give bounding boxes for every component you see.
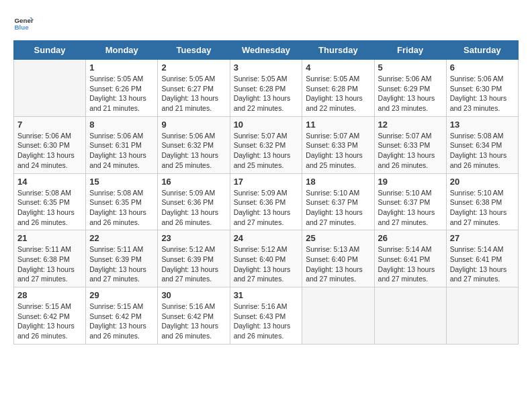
calendar-week-row: 28Sunrise: 5:15 AM Sunset: 6:42 PM Dayli… <box>14 287 519 345</box>
calendar-cell: 19Sunrise: 5:10 AM Sunset: 6:37 PM Dayli… <box>374 173 446 230</box>
logo: General Blue <box>13 13 34 34</box>
day-info: Sunrise: 5:14 AM Sunset: 6:41 PM Dayligh… <box>378 244 443 284</box>
day-info: Sunrise: 5:09 AM Sunset: 6:36 PM Dayligh… <box>161 188 226 228</box>
calendar-cell: 22Sunrise: 5:11 AM Sunset: 6:39 PM Dayli… <box>86 230 158 287</box>
day-number: 16 <box>161 177 226 187</box>
page-header: General Blue <box>13 13 519 34</box>
calendar-cell: 25Sunrise: 5:13 AM Sunset: 6:40 PM Dayli… <box>302 230 374 287</box>
day-number: 23 <box>161 233 226 243</box>
calendar-cell: 20Sunrise: 5:10 AM Sunset: 6:38 PM Dayli… <box>446 173 518 230</box>
column-header-thursday: Thursday <box>302 41 374 60</box>
day-info: Sunrise: 5:12 AM Sunset: 6:39 PM Dayligh… <box>161 244 226 284</box>
calendar-cell <box>302 287 374 345</box>
day-number: 5 <box>378 62 443 73</box>
calendar-cell: 28Sunrise: 5:15 AM Sunset: 6:42 PM Dayli… <box>14 287 86 345</box>
day-number: 8 <box>89 120 154 130</box>
calendar-cell: 13Sunrise: 5:08 AM Sunset: 6:34 PM Dayli… <box>446 116 518 173</box>
calendar-cell: 5Sunrise: 5:06 AM Sunset: 6:29 PM Daylig… <box>374 60 446 117</box>
day-info: Sunrise: 5:05 AM Sunset: 6:28 PM Dayligh… <box>306 74 370 113</box>
calendar-cell: 3Sunrise: 5:05 AM Sunset: 6:28 PM Daylig… <box>230 60 302 117</box>
day-info: Sunrise: 5:11 AM Sunset: 6:38 PM Dayligh… <box>17 244 82 284</box>
day-number: 28 <box>17 290 82 300</box>
day-info: Sunrise: 5:06 AM Sunset: 6:29 PM Dayligh… <box>378 74 443 113</box>
day-number: 14 <box>17 177 82 187</box>
day-info: Sunrise: 5:12 AM Sunset: 6:40 PM Dayligh… <box>234 244 299 284</box>
day-number: 21 <box>17 233 82 243</box>
day-number: 26 <box>378 233 443 243</box>
calendar-week-row: 1Sunrise: 5:05 AM Sunset: 6:26 PM Daylig… <box>14 60 519 117</box>
calendar-cell: 17Sunrise: 5:09 AM Sunset: 6:36 PM Dayli… <box>230 173 302 230</box>
day-number: 1 <box>89 62 154 73</box>
svg-text:Blue: Blue <box>15 24 30 31</box>
calendar-cell: 16Sunrise: 5:09 AM Sunset: 6:36 PM Dayli… <box>158 173 230 230</box>
day-number: 19 <box>378 177 443 187</box>
day-info: Sunrise: 5:05 AM Sunset: 6:27 PM Dayligh… <box>161 74 226 113</box>
calendar-week-row: 14Sunrise: 5:08 AM Sunset: 6:35 PM Dayli… <box>14 173 519 230</box>
day-number: 27 <box>450 233 515 243</box>
calendar-week-row: 7Sunrise: 5:06 AM Sunset: 6:30 PM Daylig… <box>14 116 519 173</box>
column-header-tuesday: Tuesday <box>158 41 230 60</box>
day-number: 11 <box>306 120 370 130</box>
day-number: 17 <box>234 177 299 187</box>
calendar-cell <box>446 287 518 345</box>
calendar-cell: 29Sunrise: 5:15 AM Sunset: 6:42 PM Dayli… <box>86 287 158 345</box>
calendar-cell: 10Sunrise: 5:07 AM Sunset: 6:32 PM Dayli… <box>230 116 302 173</box>
day-number: 2 <box>161 62 226 73</box>
calendar-cell: 14Sunrise: 5:08 AM Sunset: 6:35 PM Dayli… <box>14 173 86 230</box>
day-number: 7 <box>17 120 82 130</box>
day-number: 29 <box>89 290 154 300</box>
calendar-cell: 9Sunrise: 5:06 AM Sunset: 6:32 PM Daylig… <box>158 116 230 173</box>
day-number: 15 <box>89 177 154 187</box>
day-number: 4 <box>306 62 370 73</box>
day-info: Sunrise: 5:16 AM Sunset: 6:42 PM Dayligh… <box>161 302 226 341</box>
calendar-cell <box>374 287 446 345</box>
calendar-cell: 8Sunrise: 5:06 AM Sunset: 6:31 PM Daylig… <box>86 116 158 173</box>
day-number: 30 <box>161 290 226 300</box>
day-info: Sunrise: 5:14 AM Sunset: 6:41 PM Dayligh… <box>450 244 515 284</box>
day-info: Sunrise: 5:06 AM Sunset: 6:30 PM Dayligh… <box>450 74 515 113</box>
day-info: Sunrise: 5:07 AM Sunset: 6:33 PM Dayligh… <box>306 131 370 171</box>
calendar-cell: 15Sunrise: 5:08 AM Sunset: 6:35 PM Dayli… <box>86 173 158 230</box>
calendar-cell: 12Sunrise: 5:07 AM Sunset: 6:33 PM Dayli… <box>374 116 446 173</box>
calendar-cell: 21Sunrise: 5:11 AM Sunset: 6:38 PM Dayli… <box>14 230 86 287</box>
calendar-cell: 30Sunrise: 5:16 AM Sunset: 6:42 PM Dayli… <box>158 287 230 345</box>
logo-icon: General Blue <box>13 13 34 34</box>
calendar-week-row: 21Sunrise: 5:11 AM Sunset: 6:38 PM Dayli… <box>14 230 519 287</box>
day-info: Sunrise: 5:05 AM Sunset: 6:26 PM Dayligh… <box>89 74 154 113</box>
day-info: Sunrise: 5:15 AM Sunset: 6:42 PM Dayligh… <box>17 302 82 341</box>
calendar-cell <box>14 60 86 117</box>
day-info: Sunrise: 5:11 AM Sunset: 6:39 PM Dayligh… <box>89 244 154 284</box>
day-number: 20 <box>450 177 515 187</box>
calendar-cell: 18Sunrise: 5:10 AM Sunset: 6:37 PM Dayli… <box>302 173 374 230</box>
day-number: 6 <box>450 62 515 73</box>
column-header-saturday: Saturday <box>446 41 518 60</box>
day-info: Sunrise: 5:06 AM Sunset: 6:32 PM Dayligh… <box>161 131 226 171</box>
day-info: Sunrise: 5:10 AM Sunset: 6:37 PM Dayligh… <box>378 188 443 228</box>
calendar-cell: 11Sunrise: 5:07 AM Sunset: 6:33 PM Dayli… <box>302 116 374 173</box>
calendar-cell: 26Sunrise: 5:14 AM Sunset: 6:41 PM Dayli… <box>374 230 446 287</box>
day-number: 12 <box>378 120 443 130</box>
day-info: Sunrise: 5:06 AM Sunset: 6:30 PM Dayligh… <box>17 131 82 171</box>
day-info: Sunrise: 5:16 AM Sunset: 6:43 PM Dayligh… <box>234 302 299 341</box>
calendar-cell: 31Sunrise: 5:16 AM Sunset: 6:43 PM Dayli… <box>230 287 302 345</box>
column-header-monday: Monday <box>86 41 158 60</box>
column-header-sunday: Sunday <box>14 41 86 60</box>
day-number: 18 <box>306 177 370 187</box>
calendar-cell: 2Sunrise: 5:05 AM Sunset: 6:27 PM Daylig… <box>158 60 230 117</box>
calendar-cell: 7Sunrise: 5:06 AM Sunset: 6:30 PM Daylig… <box>14 116 86 173</box>
calendar-cell: 27Sunrise: 5:14 AM Sunset: 6:41 PM Dayli… <box>446 230 518 287</box>
day-info: Sunrise: 5:09 AM Sunset: 6:36 PM Dayligh… <box>234 188 299 228</box>
calendar-cell: 23Sunrise: 5:12 AM Sunset: 6:39 PM Dayli… <box>158 230 230 287</box>
calendar-header-row: SundayMondayTuesdayWednesdayThursdayFrid… <box>14 41 519 60</box>
day-number: 3 <box>234 62 299 73</box>
day-info: Sunrise: 5:15 AM Sunset: 6:42 PM Dayligh… <box>89 302 154 341</box>
calendar-cell: 6Sunrise: 5:06 AM Sunset: 6:30 PM Daylig… <box>446 60 518 117</box>
day-info: Sunrise: 5:08 AM Sunset: 6:35 PM Dayligh… <box>17 188 82 228</box>
day-number: 13 <box>450 120 515 130</box>
day-info: Sunrise: 5:07 AM Sunset: 6:33 PM Dayligh… <box>378 131 443 171</box>
calendar-cell: 4Sunrise: 5:05 AM Sunset: 6:28 PM Daylig… <box>302 60 374 117</box>
day-info: Sunrise: 5:08 AM Sunset: 6:35 PM Dayligh… <box>89 188 154 228</box>
calendar-cell: 24Sunrise: 5:12 AM Sunset: 6:40 PM Dayli… <box>230 230 302 287</box>
day-number: 24 <box>234 233 299 243</box>
day-number: 22 <box>89 233 154 243</box>
